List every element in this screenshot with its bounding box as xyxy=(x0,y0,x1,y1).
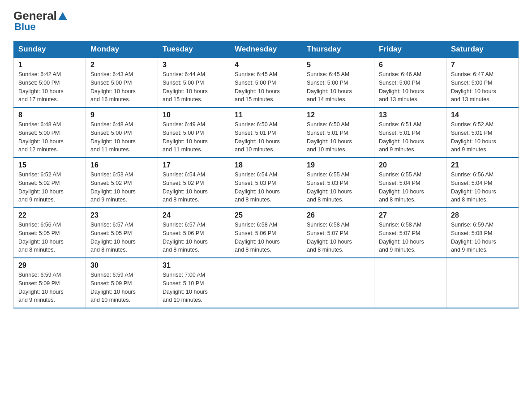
day-info: Sunrise: 6:50 AMSunset: 5:01 PMDaylight:… xyxy=(235,120,297,154)
day-number: 19 xyxy=(307,161,369,169)
calendar-cell xyxy=(446,258,519,308)
calendar-cell: 24 Sunrise: 6:57 AMSunset: 5:06 PMDaylig… xyxy=(158,208,230,258)
weekday-header-monday: Monday xyxy=(86,41,158,58)
day-number: 15 xyxy=(18,161,81,169)
day-info: Sunrise: 6:53 AMSunset: 5:02 PMDaylight:… xyxy=(90,171,153,204)
day-info: Sunrise: 6:48 AMSunset: 5:00 PMDaylight:… xyxy=(18,120,81,154)
day-info: Sunrise: 6:49 AMSunset: 5:00 PMDaylight:… xyxy=(163,120,225,154)
calendar-cell: 4 Sunrise: 6:45 AMSunset: 5:00 PMDayligh… xyxy=(230,58,302,108)
day-number: 8 xyxy=(18,111,81,119)
day-number: 5 xyxy=(307,61,369,69)
page-header: General Blue xyxy=(13,9,519,33)
day-number: 6 xyxy=(379,61,442,69)
day-number: 12 xyxy=(307,111,369,119)
day-info: Sunrise: 6:46 AMSunset: 5:00 PMDaylight:… xyxy=(379,70,442,104)
calendar-cell: 14 Sunrise: 6:52 AMSunset: 5:01 PMDaylig… xyxy=(446,107,519,158)
calendar-cell: 12 Sunrise: 6:50 AMSunset: 5:01 PMDaylig… xyxy=(302,107,374,158)
day-number: 20 xyxy=(379,161,442,169)
calendar-cell: 15 Sunrise: 6:52 AMSunset: 5:02 PMDaylig… xyxy=(14,158,86,208)
day-number: 4 xyxy=(235,61,297,69)
day-number: 30 xyxy=(90,261,153,270)
day-info: Sunrise: 6:58 AMSunset: 5:06 PMDaylight:… xyxy=(235,221,297,254)
day-info: Sunrise: 6:59 AMSunset: 5:08 PMDaylight:… xyxy=(451,221,514,254)
calendar-cell: 21 Sunrise: 6:56 AMSunset: 5:04 PMDaylig… xyxy=(446,158,519,208)
weekday-header-wednesday: Wednesday xyxy=(230,41,302,58)
day-info: Sunrise: 6:45 AMSunset: 5:00 PMDaylight:… xyxy=(307,70,369,104)
day-info: Sunrise: 6:45 AMSunset: 5:00 PMDaylight:… xyxy=(235,70,297,104)
day-info: Sunrise: 6:54 AMSunset: 5:02 PMDaylight:… xyxy=(163,171,225,204)
day-number: 23 xyxy=(90,211,153,219)
day-number: 16 xyxy=(90,161,153,169)
calendar-cell: 6 Sunrise: 6:46 AMSunset: 5:00 PMDayligh… xyxy=(374,58,446,108)
calendar-cell: 18 Sunrise: 6:54 AMSunset: 5:03 PMDaylig… xyxy=(230,158,302,208)
calendar-cell xyxy=(302,258,374,308)
day-number: 26 xyxy=(307,211,369,219)
day-number: 14 xyxy=(451,111,514,119)
calendar-cell: 8 Sunrise: 6:48 AMSunset: 5:00 PMDayligh… xyxy=(14,107,86,158)
day-info: Sunrise: 6:57 AMSunset: 5:05 PMDaylight:… xyxy=(90,221,153,254)
day-number: 21 xyxy=(451,161,514,169)
day-info: Sunrise: 6:55 AMSunset: 5:03 PMDaylight:… xyxy=(307,171,369,204)
day-info: Sunrise: 6:59 AMSunset: 5:09 PMDaylight:… xyxy=(90,271,153,304)
calendar-cell: 13 Sunrise: 6:51 AMSunset: 5:01 PMDaylig… xyxy=(374,107,446,158)
day-info: Sunrise: 6:56 AMSunset: 5:04 PMDaylight:… xyxy=(451,171,514,204)
calendar-cell: 29 Sunrise: 6:59 AMSunset: 5:09 PMDaylig… xyxy=(14,258,86,308)
day-info: Sunrise: 6:48 AMSunset: 5:00 PMDaylight:… xyxy=(90,120,153,154)
calendar-cell: 2 Sunrise: 6:43 AMSunset: 5:00 PMDayligh… xyxy=(86,58,158,108)
day-number: 9 xyxy=(90,111,153,119)
day-number: 22 xyxy=(18,211,81,219)
calendar-table: SundayMondayTuesdayWednesdayThursdayFrid… xyxy=(13,41,519,308)
calendar-cell: 28 Sunrise: 6:59 AMSunset: 5:08 PMDaylig… xyxy=(446,208,519,258)
calendar-cell: 26 Sunrise: 6:58 AMSunset: 5:07 PMDaylig… xyxy=(302,208,374,258)
day-info: Sunrise: 6:50 AMSunset: 5:01 PMDaylight:… xyxy=(307,120,369,154)
day-number: 7 xyxy=(451,61,514,69)
day-number: 17 xyxy=(163,161,225,169)
day-number: 2 xyxy=(90,61,153,69)
day-number: 29 xyxy=(18,261,81,270)
calendar-cell: 9 Sunrise: 6:48 AMSunset: 5:00 PMDayligh… xyxy=(86,107,158,158)
day-number: 1 xyxy=(18,61,81,69)
calendar-cell xyxy=(374,258,446,308)
calendar-cell: 22 Sunrise: 6:56 AMSunset: 5:05 PMDaylig… xyxy=(14,208,86,258)
day-info: Sunrise: 6:59 AMSunset: 5:09 PMDaylight:… xyxy=(18,271,81,304)
weekday-header-sunday: Sunday xyxy=(14,41,86,58)
calendar-week-row: 8 Sunrise: 6:48 AMSunset: 5:00 PMDayligh… xyxy=(14,107,519,158)
day-info: Sunrise: 6:52 AMSunset: 5:01 PMDaylight:… xyxy=(451,120,514,154)
calendar-cell: 17 Sunrise: 6:54 AMSunset: 5:02 PMDaylig… xyxy=(158,158,230,208)
calendar-week-row: 22 Sunrise: 6:56 AMSunset: 5:05 PMDaylig… xyxy=(14,208,519,258)
weekday-header-tuesday: Tuesday xyxy=(158,41,230,58)
day-number: 10 xyxy=(163,111,225,119)
day-number: 25 xyxy=(235,211,297,219)
calendar-week-row: 1 Sunrise: 6:42 AMSunset: 5:00 PMDayligh… xyxy=(14,58,519,108)
calendar-cell: 11 Sunrise: 6:50 AMSunset: 5:01 PMDaylig… xyxy=(230,107,302,158)
logo-triangle-icon xyxy=(58,12,67,20)
day-info: Sunrise: 6:44 AMSunset: 5:00 PMDaylight:… xyxy=(163,70,225,104)
day-info: Sunrise: 7:00 AMSunset: 5:10 PMDaylight:… xyxy=(163,271,225,304)
calendar-week-row: 15 Sunrise: 6:52 AMSunset: 5:02 PMDaylig… xyxy=(14,158,519,208)
day-info: Sunrise: 6:54 AMSunset: 5:03 PMDaylight:… xyxy=(235,171,297,204)
calendar-cell: 27 Sunrise: 6:58 AMSunset: 5:07 PMDaylig… xyxy=(374,208,446,258)
calendar-cell: 1 Sunrise: 6:42 AMSunset: 5:00 PMDayligh… xyxy=(14,58,86,108)
weekday-header-thursday: Thursday xyxy=(302,41,374,58)
calendar-week-row: 29 Sunrise: 6:59 AMSunset: 5:09 PMDaylig… xyxy=(14,258,519,308)
day-number: 27 xyxy=(379,211,442,219)
day-number: 11 xyxy=(235,111,297,119)
calendar-cell: 23 Sunrise: 6:57 AMSunset: 5:05 PMDaylig… xyxy=(86,208,158,258)
day-info: Sunrise: 6:43 AMSunset: 5:00 PMDaylight:… xyxy=(90,70,153,104)
weekday-header-friday: Friday xyxy=(374,41,446,58)
day-info: Sunrise: 6:58 AMSunset: 5:07 PMDaylight:… xyxy=(379,221,442,254)
calendar-cell xyxy=(230,258,302,308)
calendar-cell: 31 Sunrise: 7:00 AMSunset: 5:10 PMDaylig… xyxy=(158,258,230,308)
day-number: 28 xyxy=(451,211,514,219)
calendar-cell: 30 Sunrise: 6:59 AMSunset: 5:09 PMDaylig… xyxy=(86,258,158,308)
day-info: Sunrise: 6:47 AMSunset: 5:00 PMDaylight:… xyxy=(451,70,514,104)
weekday-header-row: SundayMondayTuesdayWednesdayThursdayFrid… xyxy=(14,41,519,58)
day-info: Sunrise: 6:42 AMSunset: 5:00 PMDaylight:… xyxy=(18,70,81,104)
calendar-cell: 19 Sunrise: 6:55 AMSunset: 5:03 PMDaylig… xyxy=(302,158,374,208)
calendar-cell: 5 Sunrise: 6:45 AMSunset: 5:00 PMDayligh… xyxy=(302,58,374,108)
logo: General Blue xyxy=(13,9,69,33)
day-info: Sunrise: 6:56 AMSunset: 5:05 PMDaylight:… xyxy=(18,221,81,254)
calendar-cell: 3 Sunrise: 6:44 AMSunset: 5:00 PMDayligh… xyxy=(158,58,230,108)
day-number: 24 xyxy=(163,211,225,219)
day-number: 31 xyxy=(163,261,225,270)
